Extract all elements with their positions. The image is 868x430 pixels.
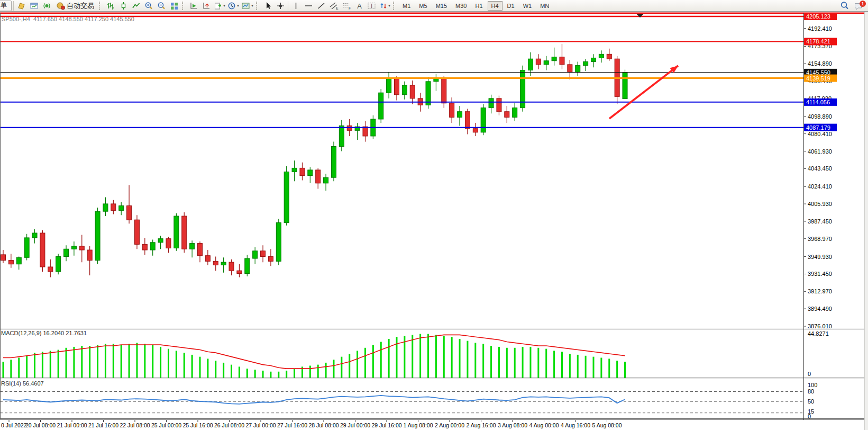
- trendline-icon: [317, 2, 326, 10]
- bull-candle: [95, 211, 100, 260]
- tile-windows-button[interactable]: [168, 1, 180, 11]
- bear-candle: [142, 244, 147, 250]
- chevron-down-icon: ▾: [251, 3, 253, 8]
- price-tick-label: 4154.890: [808, 60, 832, 67]
- timeframe-MN[interactable]: MN: [536, 1, 553, 11]
- trendline-button[interactable]: [315, 1, 327, 11]
- price-tick-label: 3987.450: [808, 218, 832, 225]
- bear-candle: [111, 204, 116, 210]
- auto-scroll-button[interactable]: [188, 1, 199, 11]
- time-tick-label: 4 Aug 00:00: [529, 422, 559, 428]
- bull-candle: [575, 66, 580, 72]
- bear-candle: [261, 251, 266, 257]
- bull-candle: [591, 58, 596, 61]
- templates-button[interactable]: ▾: [241, 1, 254, 11]
- notification-badge: 1: [860, 1, 866, 7]
- svg-text:A: A: [357, 2, 362, 10]
- equidistant-channel-button[interactable]: E: [328, 1, 340, 11]
- timeframe-H4[interactable]: H4: [488, 1, 502, 11]
- zoom-out-icon: [157, 2, 166, 10]
- bar-chart-button[interactable]: [105, 1, 116, 11]
- timeframe-W1[interactable]: W1: [519, 1, 536, 11]
- tile-windows-icon: [170, 2, 179, 10]
- timeframe-M30[interactable]: M30: [452, 1, 470, 11]
- bull-candle: [253, 251, 258, 258]
- timeframe-M5[interactable]: M5: [415, 1, 431, 11]
- candlestick-chart-button[interactable]: [117, 1, 129, 11]
- text-label-button[interactable]: T: [366, 1, 378, 11]
- news-icon: [17, 2, 26, 10]
- chart-window-icon: [30, 2, 39, 10]
- bear-candle: [497, 98, 501, 112]
- time-tick-label: 3 Aug 08:00: [498, 422, 527, 428]
- bull-candle: [119, 205, 124, 210]
- vertical-line-icon: [293, 2, 299, 10]
- bull-candle: [292, 168, 297, 172]
- time-tick-label: 25 Jul 00:00: [151, 422, 181, 428]
- clock-icon: [227, 2, 236, 10]
- bear-candle: [316, 170, 321, 183]
- signal-button[interactable]: [41, 1, 52, 11]
- cursor-icon: [264, 2, 272, 10]
- chart-shift-button[interactable]: [200, 1, 212, 11]
- market-watch-button[interactable]: [28, 1, 40, 11]
- bull-candle: [103, 204, 108, 211]
- rsi-scale-label: 100: [808, 382, 817, 388]
- toolbar-grip: [256, 2, 260, 10]
- price-badge-label: 4139.519: [806, 75, 830, 82]
- timeframe-M1[interactable]: M1: [399, 1, 414, 11]
- rsi-scale-label: 0: [808, 413, 811, 419]
- crosshair-button[interactable]: [275, 1, 286, 11]
- arrows-button[interactable]: ▾: [379, 1, 391, 11]
- price-tick-label: 4080.410: [808, 131, 832, 137]
- bear-candle: [237, 271, 242, 273]
- auto-trading-button[interactable]: 自动交易: [53, 1, 97, 11]
- periods-button[interactable]: ▾: [227, 1, 240, 11]
- text-button[interactable]: A: [353, 1, 365, 11]
- bull-candle: [544, 61, 549, 65]
- zoom-out-button[interactable]: [156, 1, 167, 11]
- chart-canvas[interactable]: 4192.4104173.3704154.8904136.4104117.920…: [0, 12, 868, 430]
- time-tick-label: 2 Aug 00:00: [435, 422, 464, 428]
- cursor-button[interactable]: [262, 1, 273, 11]
- rsi-indicator-label: RSI(14) 56.4607: [1, 380, 44, 387]
- bear-candle: [213, 261, 218, 265]
- new-order-button[interactable]: 订单: [0, 1, 12, 11]
- search-icon: [840, 1, 849, 10]
- timeframe-H1[interactable]: H1: [471, 1, 486, 11]
- bull-candle: [623, 73, 627, 99]
- main-toolbar: 订单 自动交易: [0, 0, 868, 12]
- bull-candle: [339, 126, 344, 146]
- notifications-button[interactable]: 1: [852, 1, 865, 11]
- bear-candle: [473, 129, 478, 132]
- macd-scale-label: 0: [808, 371, 811, 377]
- time-tick-label: 26 Jul 08:00: [214, 422, 244, 428]
- bear-candle: [79, 246, 84, 250]
- new-order-label: 订单: [0, 1, 7, 10]
- price-tick-label: 4098.890: [808, 113, 832, 120]
- bull-candle: [324, 177, 328, 183]
- price-badge-label: 4205.123: [806, 13, 830, 20]
- bear-candle: [465, 112, 470, 129]
- bull-candle: [71, 246, 76, 249]
- bear-candle: [560, 57, 564, 65]
- news-button[interactable]: [15, 1, 27, 11]
- timeframe-M15[interactable]: M15: [432, 1, 451, 11]
- toolbar-grip: [182, 2, 186, 10]
- fibonacci-icon: F: [342, 2, 351, 10]
- toolbar-grip: [99, 2, 103, 10]
- line-chart-button[interactable]: [130, 1, 142, 11]
- horizontal-line-button[interactable]: [303, 1, 314, 11]
- bear-candle: [395, 78, 399, 95]
- auto-scroll-icon: [189, 2, 198, 10]
- chevron-down-icon: ▾: [237, 3, 239, 8]
- price-tick-label: 3912.970: [808, 288, 832, 294]
- zoom-in-button[interactable]: [143, 1, 154, 11]
- timeframe-D1[interactable]: D1: [504, 1, 518, 11]
- macd-indicator-label: MACD(12,26,9) 16.2040 21.7631: [1, 330, 87, 336]
- bear-candle: [127, 205, 132, 220]
- new-chart-button[interactable]: ▾: [213, 1, 226, 11]
- fibonacci-button[interactable]: F: [341, 1, 352, 11]
- vertical-line-button[interactable]: [290, 1, 301, 11]
- search-button[interactable]: [839, 1, 851, 11]
